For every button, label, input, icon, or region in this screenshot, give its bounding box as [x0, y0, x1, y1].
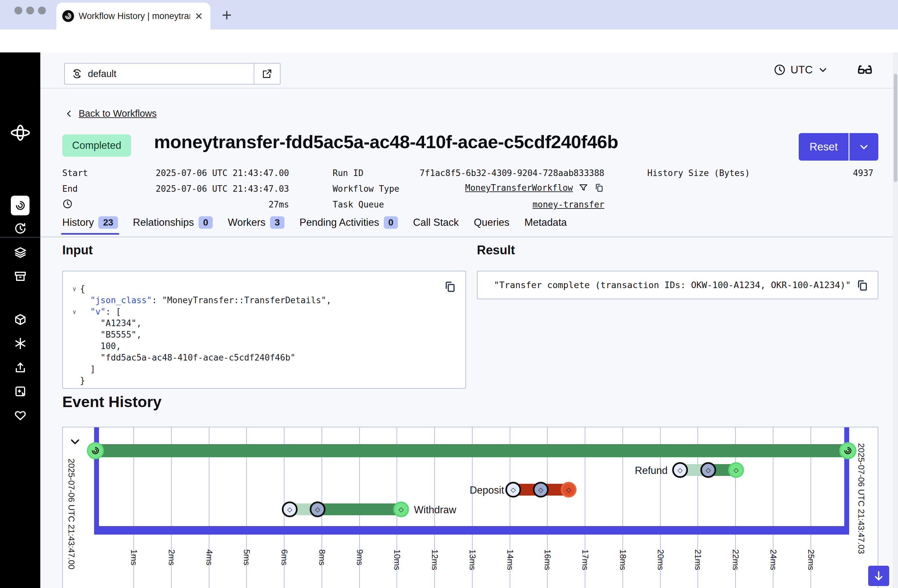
history-size-label: History Size (Bytes)	[647, 168, 750, 178]
activity-label: Refund	[635, 465, 667, 477]
temporal-logo-icon[interactable]	[0, 121, 40, 144]
event-dot-scheduled[interactable]: ◇	[672, 462, 688, 478]
timeline-expand-chevron-icon[interactable]	[68, 435, 82, 450]
sidebar-item-feedback[interactable]	[0, 404, 40, 427]
gutter	[69, 340, 80, 352]
tab-label: Queries	[474, 217, 510, 228]
task-queue-link[interactable]: money-transfer	[408, 200, 604, 209]
tab-relationships[interactable]: Relationships0	[133, 216, 213, 235]
tick-label: 13ms	[467, 550, 478, 570]
timezone-selector[interactable]: UTC	[773, 58, 829, 81]
end-label: End	[62, 184, 78, 194]
collapse-chevron-icon[interactable]: ∨	[69, 306, 80, 318]
timezone-label: UTC	[790, 63, 813, 76]
run-id-value: 7f1ac8f5-6b32-4309-9204-728aab833388	[408, 168, 604, 178]
json-text: : [	[106, 306, 121, 318]
tab-count-badge: 0	[198, 216, 213, 229]
activity-label: Withdraw	[414, 504, 456, 516]
event-dot-completed[interactable]: ◇	[728, 462, 744, 478]
scrollbar-thumb[interactable]	[894, 74, 897, 182]
back-to-workflows-link[interactable]: Back to Workflows	[64, 108, 157, 119]
json-key: "v"	[90, 306, 106, 318]
tab-label: Pending Activities	[300, 217, 379, 228]
json-text: }	[80, 375, 85, 386]
browser-tab[interactable]: Workflow History | moneytran ✕	[56, 3, 211, 29]
timeline-start-time-label: 2025-07-06 UTC 21:43:47.00	[66, 459, 76, 569]
copy-icon[interactable]	[594, 183, 604, 193]
filter-funnel-icon[interactable]	[578, 183, 589, 193]
tab-pending-activities[interactable]: Pending Activities0	[300, 216, 398, 235]
event-dot-failed[interactable]: ◇	[561, 482, 577, 497]
tab-history[interactable]: History23	[62, 216, 118, 235]
json-text: "A1234",	[80, 318, 141, 329]
tab-label: Call Stack	[413, 217, 459, 228]
tick-label: 8ms	[317, 550, 327, 565]
event-dot-started[interactable]: ◇	[310, 502, 326, 517]
event-dot-completed[interactable]: ◇	[393, 502, 409, 517]
workflow-start-event-dot[interactable]	[87, 442, 104, 459]
window-minimize-button[interactable]	[26, 6, 34, 14]
copy-icon[interactable]	[855, 279, 869, 292]
temporal-spiral-icon	[91, 446, 100, 456]
tick-label: 12ms	[430, 550, 440, 570]
tab-close-icon[interactable]: ✕	[195, 11, 203, 22]
workflow-execution-span[interactable]	[95, 444, 848, 457]
tab-metadata[interactable]: Metadata	[524, 217, 567, 234]
workflow-type-link[interactable]: MoneyTransferWorkflow	[465, 183, 573, 193]
event-dot-scheduled[interactable]: ◇	[505, 482, 521, 497]
namespace-external-link-button[interactable]	[254, 63, 280, 84]
reset-dropdown-button[interactable]	[849, 133, 878, 161]
tab-workers[interactable]: Workers3	[228, 216, 284, 235]
sidebar-item-nexus[interactable]	[0, 332, 40, 355]
labs-glasses-toggle[interactable]	[856, 61, 874, 80]
event-dot-scheduled[interactable]: ◇	[282, 502, 298, 517]
tab-call-stack[interactable]: Call Stack	[413, 217, 459, 234]
sidebar-item-import[interactable]	[0, 356, 40, 379]
event-dot-started[interactable]: ◇	[533, 482, 549, 497]
temporal-favicon-icon	[62, 10, 74, 22]
workflow-status-badge: Completed	[62, 134, 131, 157]
tab-queries[interactable]: Queries	[474, 217, 510, 234]
json-line: 100,	[69, 340, 331, 352]
new-tab-button[interactable]: +	[217, 5, 237, 25]
json-text: {	[80, 283, 85, 295]
tab-count-badge: 0	[384, 216, 398, 229]
sidebar-item-labs[interactable]	[0, 380, 40, 403]
input-json-viewer[interactable]: ∨{ "json_class": "MoneyTransfer::Transfe…	[69, 283, 331, 386]
upload-icon	[14, 360, 27, 374]
event-history-timeline[interactable]: Refund ◇ ◇ ◇ Deposit ◇ ◇ ◇ ◇ ◇ ◇ Withdra…	[62, 427, 878, 588]
start-value: 2025-07-06 UTC 21:43:47.00	[131, 168, 289, 178]
timeline-end-time-label: 2025-07-06 UTC 21:43:47.03	[856, 443, 866, 554]
app-sidebar: 2.34.0	[0, 52, 40, 588]
workflow-end-event-dot[interactable]	[840, 442, 856, 459]
window-close-button[interactable]	[14, 6, 22, 14]
tab-count-badge: 3	[270, 216, 284, 229]
namespace-selector[interactable]: default	[64, 63, 281, 85]
namespace-current[interactable]: default	[65, 68, 254, 79]
sidebar-item-workflows[interactable]	[11, 195, 29, 215]
json-text	[80, 295, 90, 306]
sidebar-item-namespaces[interactable]	[0, 308, 40, 331]
sidebar-item-deployments[interactable]	[0, 241, 40, 264]
sidebar-item-archive[interactable]	[0, 265, 40, 288]
scroll-to-bottom-button[interactable]	[868, 566, 889, 586]
chevron-down-icon	[817, 64, 829, 75]
workflow-type-row: MoneyTransferWorkflow	[408, 183, 604, 193]
chevron-left-icon	[64, 109, 74, 119]
duration-value: 27ms	[131, 200, 289, 209]
gutter	[69, 363, 80, 375]
gutter	[69, 295, 80, 306]
collapse-chevron-icon[interactable]: ∨	[69, 283, 80, 295]
sidebar-divider	[0, 237, 40, 238]
reset-button[interactable]: Reset	[799, 133, 849, 161]
result-value: "Transfer complete (transaction IDs: OKW…	[494, 280, 851, 290]
copy-icon[interactable]	[443, 280, 457, 294]
workflow-tabs: History23Relationships0Workers3Pending A…	[62, 216, 567, 235]
tab-label: Metadata	[524, 217, 567, 228]
json-line: "A1234",	[69, 318, 331, 329]
tick-label: 18ms	[618, 550, 628, 570]
json-text: 100,	[80, 340, 121, 352]
event-dot-started[interactable]: ◇	[700, 462, 716, 478]
sidebar-item-schedules[interactable]	[0, 217, 40, 240]
window-zoom-button[interactable]	[38, 6, 46, 14]
